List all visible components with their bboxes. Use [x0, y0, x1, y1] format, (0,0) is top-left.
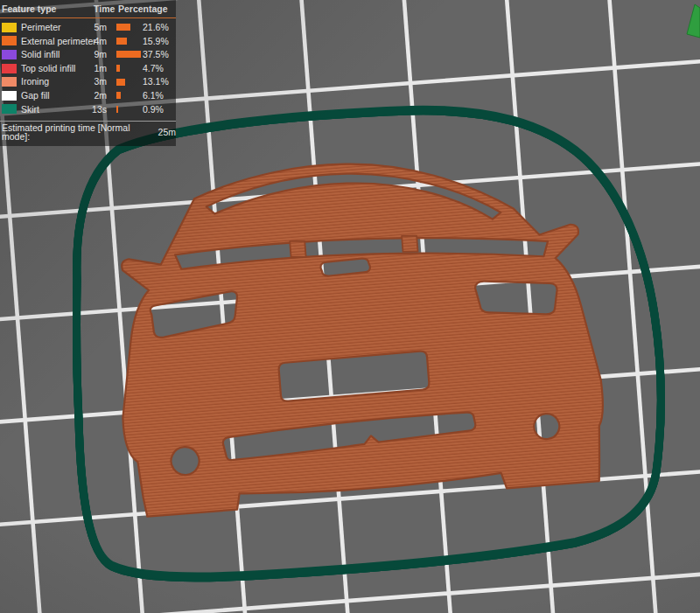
feature-color-swatch: [2, 23, 17, 32]
feature-bar-cell: 13.1%: [116, 77, 176, 87]
estimated-time-row: Estimated printing time [Normal mode]: 2…: [0, 122, 176, 142]
feature-time: 3m: [86, 77, 107, 87]
legend-row: Top solid infill 1m 4.7%: [0, 61, 176, 75]
legend-panel: Feature type Time Percentage Perimeter 5…: [0, 0, 176, 146]
legend-col-time: Time: [94, 4, 118, 14]
slicer-gcode-preview-window: Feature type Time Percentage Perimeter 5…: [0, 0, 700, 613]
feature-percentage: 6.1%: [143, 91, 164, 101]
feature-time: 5m: [86, 23, 107, 32]
feature-color-swatch: [2, 104, 17, 114]
feature-color-swatch: [2, 77, 17, 87]
feature-name: Ironing: [21, 77, 86, 87]
feature-bar-cell: 21.6%: [116, 23, 176, 32]
feature-percentage: 0.9%: [143, 105, 164, 115]
feature-time: 9m: [86, 50, 107, 59]
feature-percentage: 21.6%: [143, 23, 169, 32]
percentage-bar: [116, 79, 125, 86]
feature-time: 13s: [86, 105, 107, 115]
feature-time: 1m: [86, 64, 107, 73]
percentage-bar: [116, 92, 121, 99]
feature-time: 2m: [86, 91, 107, 101]
percentage-bar: [116, 38, 127, 45]
feature-name: Solid infill: [21, 50, 86, 59]
feature-percentage: 37.5%: [143, 50, 169, 59]
feature-bar-cell: 15.9%: [116, 37, 176, 46]
legend-header: Feature type Time Percentage: [0, 3, 176, 17]
feature-name: External perimeter: [21, 37, 86, 46]
estimated-time-value: 25m: [158, 128, 176, 137]
legend-row: Perimeter 5m 21.6%: [0, 21, 176, 35]
legend-header-separator: [0, 17, 176, 18]
percentage-bar: [116, 65, 120, 72]
feature-time: 4m: [86, 37, 107, 46]
feature-bar-cell: 37.5%: [116, 50, 176, 59]
legend-row: Skirt 13s 0.9%: [0, 102, 176, 116]
feature-name: Gap fill: [21, 91, 86, 101]
percentage-bar: [116, 106, 118, 113]
feature-percentage: 15.9%: [143, 37, 169, 46]
percentage-bar: [116, 24, 130, 31]
legend-col-feature-type: Feature type: [2, 4, 94, 14]
feature-percentage: 13.1%: [143, 77, 169, 87]
feature-percentage: 4.7%: [143, 64, 164, 73]
feature-bar-cell: 4.7%: [116, 64, 176, 73]
feature-name: Perimeter: [21, 23, 86, 32]
legend-col-percentage: Percentage: [118, 4, 176, 14]
feature-name: Skirt: [21, 105, 86, 115]
legend-row: Ironing 3m 13.1%: [0, 75, 176, 89]
feature-color-swatch: [2, 64, 17, 73]
legend-rows: Perimeter 5m 21.6% External perimeter 4m…: [0, 21, 176, 116]
percentage-bar: [116, 51, 141, 58]
legend-row: Solid infill 9m 37.5%: [0, 48, 176, 62]
feature-color-swatch: [2, 36, 17, 45]
feature-color-swatch: [2, 91, 17, 101]
feature-bar-cell: 0.9%: [116, 105, 176, 115]
feature-color-swatch: [2, 50, 17, 59]
estimated-time-label: Estimated printing time [Normal mode]:: [2, 123, 150, 142]
feature-name: Top solid infill: [21, 64, 86, 73]
feature-bar-cell: 6.1%: [116, 91, 176, 101]
legend-row: External perimeter 4m 15.9%: [0, 34, 176, 48]
legend-row: Gap fill 2m 6.1%: [0, 88, 176, 102]
